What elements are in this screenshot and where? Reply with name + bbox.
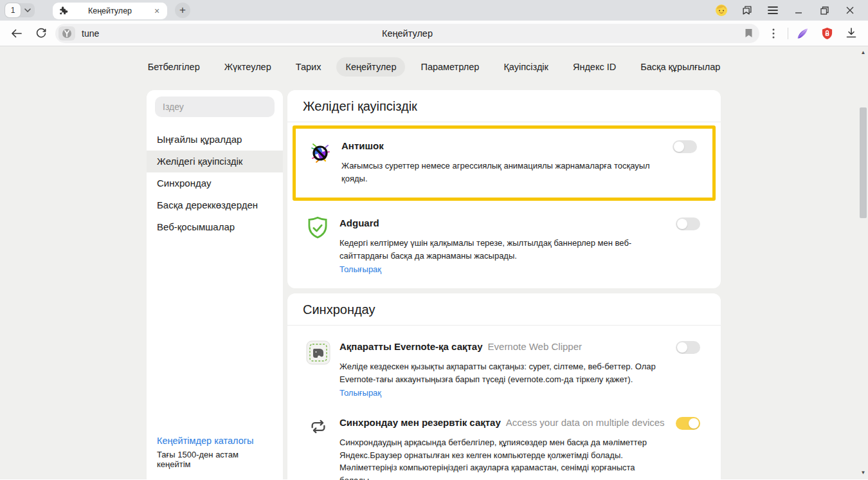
sync-toggle[interactable] (676, 417, 700, 430)
antishock-bug-prohibited-icon (307, 139, 333, 165)
tab-counter-group[interactable]: 1 (5, 3, 35, 17)
omnibox-page-title: Кеңейтулер (55, 28, 759, 39)
address-text: tune (82, 28, 99, 39)
sync-arrows-icon (305, 416, 331, 438)
tab-bookmarks[interactable]: Бетбелгілер (139, 57, 209, 77)
section-title: Желідегі қауіпсіздік (287, 90, 721, 122)
extension-subtitle: Evernote Web Clipper (488, 341, 582, 352)
adguard-shield-check-icon (305, 216, 331, 242)
feather-extension-icon[interactable] (792, 23, 813, 44)
extension-description: Синхрондаудың арқасында бетбелгілер, құп… (339, 436, 665, 480)
hamburger-menu-icon[interactable] (766, 4, 779, 17)
more-link[interactable]: Толығырақ (339, 264, 665, 274)
extension-description: Кедергі келтірмеу үшін қалқымалы терезе,… (339, 237, 648, 262)
antishock-toggle[interactable] (673, 140, 697, 153)
extensions-catalog-link[interactable]: Кеңейтімдер каталогы (157, 436, 273, 446)
sidebar-item-web-apps[interactable]: Веб-қосымшалар (147, 216, 283, 238)
chevron-down-icon[interactable] (21, 3, 35, 17)
user-avatar[interactable] (715, 4, 728, 17)
scroll-down-icon[interactable]: ▼ (858, 468, 868, 477)
puzzle-icon (58, 6, 68, 16)
section-title: Синхрондау (287, 293, 721, 326)
tab-other-devices[interactable]: Басқа құрылғылар (631, 57, 729, 77)
browser-tab[interactable]: Кеңейтулер × (53, 3, 167, 19)
download-icon[interactable] (841, 23, 862, 44)
extension-title: Adguard (339, 217, 665, 228)
scrollbar-thumb[interactable] (860, 107, 867, 218)
tab-settings[interactable]: Параметрлер (411, 57, 488, 77)
evernote-toggle[interactable] (676, 341, 700, 354)
antishock-highlight-callout: Антишок Жағымсыз суреттер немесе агресси… (293, 125, 716, 201)
sidebar-item-other-sources[interactable]: Басқа дереккөздерден (147, 194, 283, 216)
extensions-catalog-note: Тағы 1500-ден астам кеңейтім (157, 450, 273, 469)
extension-row-antishock: Антишок Жағымсыз суреттер немесе агресси… (296, 129, 712, 198)
sidebar-item-handy-tools[interactable]: Ыңғайлы құралдар (147, 129, 283, 151)
bookmark-flag-icon[interactable] (745, 28, 753, 38)
tab-title: Кеңейтулер (68, 6, 152, 15)
protect-shield-icon[interactable] (817, 23, 837, 44)
yandex-browser-badge-icon[interactable] (59, 26, 75, 41)
adguard-toggle[interactable] (676, 217, 700, 230)
extension-description: Желіде кездескен қызықты ақпаратты сақта… (339, 360, 665, 385)
back-icon[interactable] (6, 23, 27, 44)
search-input[interactable] (163, 102, 267, 112)
main-content: Желідегі қауіпсіздік (287, 90, 721, 480)
toolbar-divider (788, 28, 788, 39)
minimize-window-icon[interactable] (792, 4, 805, 17)
tab-history[interactable]: Тарих (287, 57, 330, 77)
extension-subtitle: Access your data on multiple devices (506, 417, 665, 428)
tab-security[interactable]: Қауіпсіздік (494, 57, 557, 77)
tab-counter[interactable]: 1 (5, 3, 21, 17)
extension-row-evernote: Ақпаратты Evernote-қа сақтауEvernote Web… (287, 326, 721, 412)
scroll-up-icon[interactable]: ▲ (858, 48, 868, 57)
sidebar-item-network-security[interactable]: Желідегі қауіпсіздік (147, 151, 283, 172)
address-bar[interactable]: tune Кеңейтулер (55, 24, 759, 43)
refresh-icon[interactable] (31, 23, 51, 44)
tab-extensions[interactable]: Кеңейтулер (336, 57, 405, 77)
restore-window-icon[interactable] (818, 4, 831, 17)
evernote-elephant-icon (305, 340, 331, 365)
more-link[interactable]: Толығырақ (339, 388, 665, 398)
sidebar-item-sync[interactable]: Синхрондау (147, 172, 283, 194)
extension-description: Жағымсыз суреттер немесе агрессиялық ани… (341, 160, 662, 185)
tab-panels-icon[interactable] (741, 4, 754, 17)
extension-row-adguard: Adguard Кедергі келтірмеу үшін қалқымалы… (287, 210, 721, 288)
new-tab-button[interactable]: + (175, 3, 190, 18)
toolbar: tune Кеңейтулер (0, 21, 868, 46)
extension-title: Антишок (341, 140, 662, 151)
extension-title: Ақпаратты Evernote-қа сақтауEvernote Web… (339, 341, 665, 352)
kebab-menu-icon[interactable] (763, 23, 784, 44)
sidebar: Ыңғайлы құралдар Желідегі қауіпсіздік Си… (147, 90, 283, 479)
tab-downloads[interactable]: Жүктеулер (215, 57, 280, 77)
settings-page: Бетбелгілер Жүктеулер Тарих Кеңейтулер П… (0, 46, 868, 479)
search-box[interactable] (155, 97, 275, 117)
scrollbar[interactable]: ▲ ▼ (858, 46, 868, 479)
tab-strip: 1 Кеңейтулер × + (0, 0, 868, 21)
section-network-security: Желідегі қауіпсіздік (287, 90, 721, 288)
extension-title: Синхрондау мен резервтік сақтауAccess yo… (339, 417, 665, 428)
extension-row-sync-backup: Синхрондау мен резервтік сақтауAccess yo… (287, 412, 721, 480)
close-window-icon[interactable] (844, 4, 856, 17)
close-tab-icon[interactable]: × (152, 6, 162, 16)
section-sync: Синхрондау Ақпаратты Evernote-қа сақтауE… (287, 293, 721, 480)
tab-yandex-id[interactable]: Яндекс ID (564, 57, 625, 77)
settings-nav-tabs: Бетбелгілер Жүктеулер Тарих Кеңейтулер П… (0, 57, 868, 77)
